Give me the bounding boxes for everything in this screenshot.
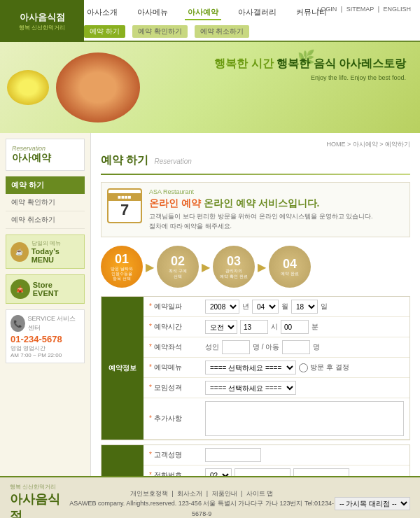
- reservation-section-label: 예약정보: [102, 297, 144, 440]
- gathering-select[interactable]: ==== 선택하세요 ====: [205, 381, 296, 395]
- hero-section: 🌿 행복한 시간 행복한 음식 아사레스토랑 Enjoy the life. E…: [0, 42, 420, 133]
- step-1-label: 방문 날짜와인원수등을항목 선택: [111, 267, 133, 282]
- form-row-date: 예약일파 2008 년 04 월 18 일: [144, 297, 410, 317]
- adult-label: 성인: [205, 342, 219, 352]
- intro-description: 고객님들이 보다 편리한 방문을 위하여 온라인 예약시스템을 운영하고 있습니…: [149, 212, 373, 231]
- phone-label: 전화번호: [149, 470, 205, 476]
- intro-text-area: ASA Restaurant 온라인 예약 온라인 예약 서비스입니다. 고객님…: [149, 188, 373, 231]
- hero-title: 행복한 시간 행복한 음식 아사레스토랑: [214, 56, 406, 71]
- english-link[interactable]: ENGLISH: [383, 6, 411, 13]
- phone-num1[interactable]: [234, 468, 290, 476]
- month-select[interactable]: 04: [252, 300, 279, 314]
- hero-plate: [56, 52, 140, 122]
- footer-link-about[interactable]: 회사소개: [177, 490, 202, 497]
- footer-link-privacy[interactable]: 개인보호정책: [130, 490, 168, 497]
- sidebar-banner-today-menu[interactable]: ☕ 당일의 메뉴 Today's MENU: [6, 234, 85, 269]
- sitemap-link[interactable]: SITEMAP: [346, 6, 374, 13]
- service-phone: 01-234-5678: [10, 334, 80, 344]
- footer: 행복 신선한먹거리 아사음식점 개인보호정책 | 회사소개 | 제품안내 | 사…: [0, 476, 420, 518]
- today-menu-icon: ☕: [10, 242, 29, 262]
- reservation-form-content: 예약일파 2008 년 04 월 18 일 예약시간: [144, 297, 410, 440]
- phone-controls: 02: [205, 468, 404, 476]
- child-unit: 명: [313, 342, 320, 352]
- sidebar-item-make-reservation[interactable]: 예약 하기: [6, 176, 85, 194]
- step-4-label: 예약 완료: [281, 272, 299, 276]
- visit-radio[interactable]: [299, 363, 308, 372]
- page-title: 예약 하기: [101, 153, 148, 168]
- logo-area[interactable]: 아사음식점 행복 신선한먹거리: [0, 0, 84, 42]
- subnav-cancel-reservation[interactable]: 예약 취소하기: [195, 25, 250, 38]
- minute-input[interactable]: [281, 320, 309, 334]
- sidebar-item-cancel[interactable]: 예약 취소하기: [6, 211, 85, 229]
- nav-gallery[interactable]: 아사갤러리: [235, 6, 279, 20]
- sidebar-banner-store-event[interactable]: 🎪 Store EVENT: [6, 274, 85, 304]
- step-2[interactable]: 02 최석 구예선택: [157, 246, 199, 288]
- intro-box: ■■■■ 7 ASA Restaurant 온라인 예약 온라인 예약 서비스입…: [101, 182, 410, 237]
- child-input[interactable]: [282, 340, 310, 354]
- sidebar-item-confirm[interactable]: 예약 확인하기: [6, 194, 85, 211]
- step-2-label: 최석 구예선택: [169, 269, 187, 279]
- hero-lemon: [7, 70, 49, 105]
- ampm-select[interactable]: 오전: [205, 320, 237, 334]
- name-input[interactable]: [205, 448, 261, 462]
- step-4[interactable]: 04 예약 완료: [269, 246, 311, 288]
- breadcrumb: HOME > 아시예약 > 예약하기: [101, 140, 410, 149]
- phone-num2[interactable]: [293, 468, 349, 476]
- service-label: SERVICE 서비스센터: [28, 314, 80, 332]
- top-nav: LOGIN | SITEMAP | ENGLISH: [315, 6, 413, 13]
- subnav-make-reservation[interactable]: 예약 하기: [84, 25, 125, 38]
- customer-section-label: 고객정보: [102, 445, 144, 476]
- phone-area-select[interactable]: 02: [205, 468, 232, 476]
- customer-section-wrap: 고객정보 고객성명 전화번호 02: [102, 445, 410, 476]
- hero-title-line1: 행복한 시간: [214, 57, 273, 69]
- banner1-label: 당일의 메뉴: [31, 239, 80, 247]
- steps: 01 방문 날짜와인원수등을항목 선택 ▶ 02 최석 구예선택 ▶ 03 관리…: [101, 246, 410, 288]
- footer-link-products[interactable]: 제품안내: [212, 490, 237, 497]
- sidebar-reservation-label: Reservation: [12, 145, 78, 152]
- minute-unit: 분: [312, 322, 318, 332]
- date-controls: 2008 년 04 월 18 일: [205, 300, 404, 314]
- form-row-gathering: 모임성격 ==== 선택하세요 ====: [144, 378, 410, 398]
- store-event-icon: 🎪: [10, 279, 30, 299]
- extra-textarea[interactable]: [205, 401, 404, 436]
- customer-form-content: 고객성명 전화번호 02: [144, 445, 410, 476]
- step-2-num: 02: [171, 254, 185, 269]
- sidebar: Reservation 아사예약 예약 하기 예약 확인하기 예약 취소하기 ☕…: [0, 133, 91, 476]
- step-1[interactable]: 01 방문 날짜와인원수등을항목 선택: [101, 246, 143, 288]
- calendar-top: ■■■■: [108, 193, 141, 201]
- sidebar-title: 아사예약: [12, 152, 78, 164]
- form-row-menu: 예약메뉴 ==== 선택하세요 ==== 방문 후 결정: [144, 358, 410, 378]
- day-select[interactable]: 18: [291, 300, 318, 314]
- customer-section: 고객정보 고객성명 전화번호 02: [101, 444, 410, 476]
- banner1-title: Today's MENU: [31, 247, 80, 264]
- date-label: 예약일파: [149, 302, 205, 312]
- form-row-extra: 추가사항: [144, 398, 410, 440]
- seats-middle: 명 / 아동: [253, 342, 279, 352]
- menu-select[interactable]: ==== 선택하세요 ====: [205, 360, 296, 374]
- step-3[interactable]: 03 관리자의예약 확인 완료: [213, 246, 255, 288]
- subnav-confirm-reservation[interactable]: 예약 확인하기: [132, 25, 188, 38]
- seats-controls: 성인 명 / 아동 명: [205, 340, 404, 354]
- content-wrap: Reservation 아사예약 예약 하기 예약 확인하기 예약 취소하기 ☕…: [0, 133, 420, 476]
- footer-branch-select[interactable]: -- 가시목 대리점 --: [335, 497, 410, 510]
- nav-reservation[interactable]: 아사예약: [185, 6, 221, 20]
- adult-input[interactable]: [222, 340, 250, 354]
- year-select[interactable]: 2008: [205, 300, 239, 314]
- footer-copyright: ASAWEB company. Allrights.reserved. 123-…: [69, 498, 335, 518]
- banner2-title: Store EVENT: [33, 281, 80, 298]
- footer-links: 개인보호정책 | 회사소개 | 제품안내 | 사이트 맵 ASAWEB comp…: [69, 489, 335, 518]
- nav-about[interactable]: 아사소개: [84, 6, 120, 20]
- step-1-num: 01: [115, 252, 129, 267]
- online-reservation-text: 온라인 예약: [149, 197, 204, 209]
- name-label: 고객성명: [149, 450, 205, 460]
- footer-link-sitemap[interactable]: 사이트 맵: [246, 490, 274, 497]
- hour-input[interactable]: [240, 320, 268, 334]
- reservation-section: 예약정보 예약일파 2008 년 04 월 18 일: [101, 296, 410, 440]
- name-controls: [205, 448, 404, 462]
- nav-menu[interactable]: 아사메뉴: [134, 6, 171, 20]
- intro-main-text: 온라인 예약 온라인 예약 서비스입니다.: [149, 197, 373, 210]
- step-3-label: 관리자의예약 확인 완료: [220, 269, 247, 279]
- nav-community[interactable]: 커뮤니티: [293, 6, 330, 20]
- form-row-name: 고객성명: [144, 445, 410, 465]
- sidebar-service: 📞 SERVICE 서비스센터 01-234-5678 영업 영업시간 AM 7…: [6, 309, 85, 363]
